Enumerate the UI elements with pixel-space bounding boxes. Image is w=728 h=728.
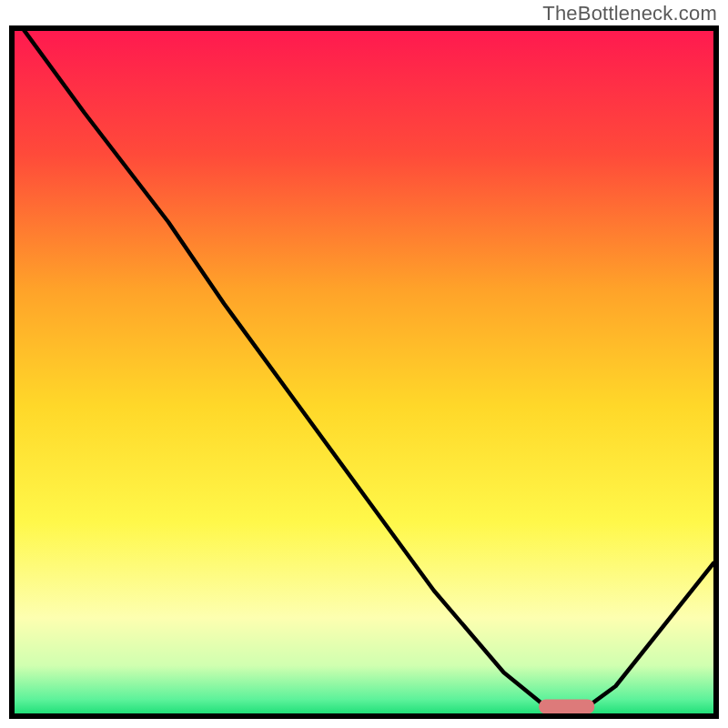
minimum-marker [539,700,594,714]
bottleneck-chart [9,25,719,719]
chart-background [15,31,713,713]
chart-svg [9,25,719,719]
watermark-text: TheBottleneck.com [542,2,717,25]
